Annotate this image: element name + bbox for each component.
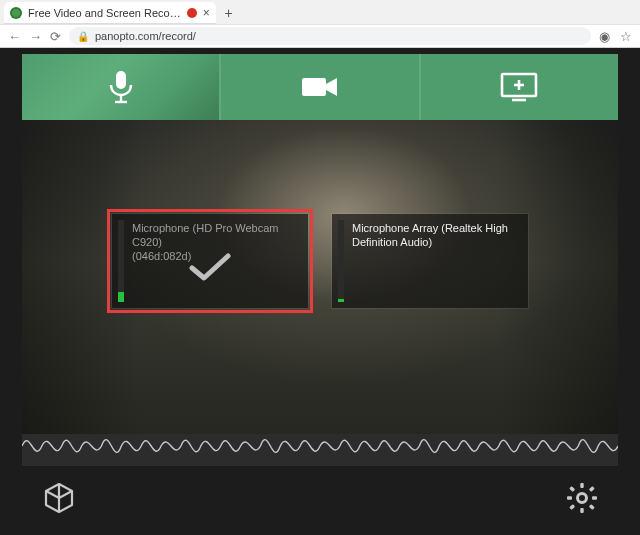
nav-forward-icon[interactable]: → [29, 29, 42, 44]
address-bar: ← → ⟳ 🔒 panopto.com/record/ ◉ ☆ [0, 24, 640, 47]
nav-back-icon[interactable]: ← [8, 29, 21, 44]
svg-rect-13 [589, 504, 595, 510]
browser-tab[interactable]: Free Video and Screen Reco… × [4, 2, 216, 24]
device-name: Microphone Array (Realtek High Definitio… [352, 222, 522, 250]
svg-rect-15 [569, 504, 575, 510]
new-tab-button[interactable]: + [218, 2, 240, 24]
nav-reload-icon[interactable]: ⟳ [50, 29, 61, 44]
settings-button[interactable] [566, 482, 598, 514]
microphone-icon [107, 69, 135, 105]
gear-icon [566, 482, 598, 514]
svg-rect-3 [302, 78, 326, 96]
browser-chrome: Free Video and Screen Reco… × + ← → ⟳ 🔒 … [0, 0, 640, 48]
favicon-icon [10, 7, 22, 19]
audio-device-selected[interactable]: Microphone (HD Pro Webcam C920) (046d:08… [112, 214, 308, 308]
url-field[interactable]: 🔒 panopto.com/record/ [69, 27, 591, 45]
audio-device-list: Microphone (HD Pro Webcam C920) (046d:08… [22, 214, 618, 308]
tab-strip: Free Video and Screen Reco… × + [0, 0, 640, 24]
app-viewport: Microphone (HD Pro Webcam C920) (046d:08… [0, 48, 640, 535]
close-tab-icon[interactable]: × [203, 6, 210, 20]
svg-rect-9 [580, 508, 583, 513]
svg-rect-0 [116, 71, 126, 89]
svg-rect-8 [580, 483, 583, 488]
bookmark-star-icon[interactable]: ☆ [620, 29, 632, 44]
source-toolbar [22, 54, 618, 120]
screen-add-icon [500, 72, 538, 102]
panopto-logo-button[interactable] [42, 481, 76, 515]
source-audio-button[interactable] [22, 54, 219, 120]
recording-indicator-icon [187, 8, 197, 18]
svg-rect-12 [569, 486, 575, 492]
tab-title: Free Video and Screen Reco… [28, 7, 181, 19]
audio-device-option[interactable]: Microphone Array (Realtek High Definitio… [332, 214, 528, 308]
lock-icon: 🔒 [77, 31, 89, 42]
camera-icon [301, 75, 339, 99]
audio-waveform [22, 422, 618, 470]
panopto-logo-icon [42, 481, 76, 515]
level-meter [338, 220, 344, 302]
bottom-bar [22, 466, 618, 530]
svg-rect-14 [589, 486, 595, 492]
source-video-button[interactable] [219, 54, 418, 120]
url-text: panopto.com/record/ [95, 30, 196, 42]
extension-icon[interactable]: ◉ [599, 29, 610, 44]
source-screen-button[interactable] [419, 54, 618, 120]
check-icon [112, 250, 308, 284]
device-name: Microphone (HD Pro Webcam C920) [132, 222, 302, 250]
svg-rect-10 [567, 496, 572, 499]
recorder-stage: Microphone (HD Pro Webcam C920) (046d:08… [22, 54, 618, 530]
svg-rect-11 [592, 496, 597, 499]
